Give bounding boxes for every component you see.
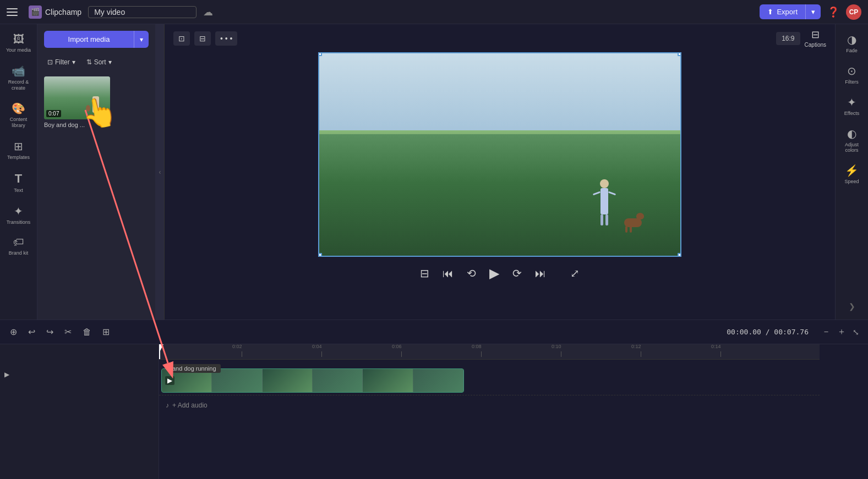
video-track-icon: ▶ xyxy=(4,371,9,378)
clip-thumb-6 xyxy=(413,369,463,392)
forward-button[interactable]: ⟳ xyxy=(510,265,524,282)
subtitle-toggle-button[interactable]: ⊟ xyxy=(418,265,432,282)
import-media-dropdown[interactable]: ▾ xyxy=(134,31,149,48)
right-sidebar-item-effects[interactable]: ✦ Effects xyxy=(838,91,866,120)
help-icon[interactable]: ❓ xyxy=(827,6,839,18)
fullscreen-button[interactable]: ⤢ xyxy=(568,265,582,282)
export-dropdown-arrow[interactable]: ▾ xyxy=(805,4,821,19)
clip-thumb-5 xyxy=(363,369,413,392)
right-sidebar-item-adjust-colors[interactable]: ◐ Adjust colors xyxy=(838,123,866,157)
add-audio-button[interactable]: ♪ + Add audio xyxy=(166,401,208,409)
timeline-tracks: and dog running ▶ xyxy=(159,360,820,419)
crop-tool-button[interactable]: ⊡ xyxy=(173,31,190,46)
video-track-controls: ▶ xyxy=(0,368,159,381)
sidebar-item-record-create[interactable]: 📹 Record & create xyxy=(2,60,35,96)
list-item[interactable]: 0:07 Boy and dog ... xyxy=(44,76,110,128)
speed-icon: ⚡ xyxy=(845,164,859,177)
corner-handle-bl[interactable] xyxy=(318,253,322,257)
person-figure xyxy=(600,179,609,225)
play-pause-button[interactable]: ▶ xyxy=(487,263,501,283)
main-layout: 🖼 Your media 📹 Record & create 🎨 Content… xyxy=(0,24,868,320)
save-to-media-button[interactable]: ⊞ xyxy=(99,324,113,339)
preview-toolbar-left: ⊡ ⊟ • • • xyxy=(173,31,237,46)
topbar-right: ⬆ Export ▾ ❓ CP xyxy=(760,4,861,20)
right-sidebar: ◑ Fade ⊙ Filters ✦ Effects ◐ Adjust colo… xyxy=(835,24,868,320)
app-logo: 🎬 Clipchamp xyxy=(29,5,81,19)
video-title-input[interactable] xyxy=(88,6,196,18)
fit-timeline-button[interactable]: ⤡ xyxy=(850,327,861,338)
playhead-head xyxy=(159,344,163,352)
timeline-playhead[interactable] xyxy=(159,344,160,359)
skip-forward-button[interactable]: ⏭ xyxy=(533,265,548,282)
cut-button[interactable]: ✂ xyxy=(61,324,75,339)
sidebar-item-templates[interactable]: ⊞ Templates xyxy=(2,135,35,165)
import-media-button[interactable]: Import media xyxy=(44,31,134,48)
timeline-left-gutter: ▶ xyxy=(0,344,159,479)
filter-button[interactable]: ⊡ Filter ▾ xyxy=(44,57,79,68)
sort-chevron: ▾ xyxy=(108,58,112,66)
captions-label: Captions xyxy=(805,42,826,48)
menu-icon[interactable] xyxy=(7,4,22,20)
content-library-icon: 🎨 xyxy=(12,102,25,115)
rewind-button[interactable]: ⟲ xyxy=(465,265,478,282)
left-sidebar: 🖼 Your media 📹 Record & create 🎨 Content… xyxy=(0,24,37,320)
right-sidebar-item-fade[interactable]: ◑ Fade xyxy=(838,29,866,58)
timeline-area: ▶ 0 0:02 0:04 xyxy=(0,344,868,479)
media-label: Boy and dog ... xyxy=(44,122,110,128)
right-sidebar-item-speed[interactable]: ⚡ Speed xyxy=(838,159,866,189)
collapse-icon: ‹ xyxy=(159,168,161,176)
aspect-ratio-button[interactable]: 16:9 xyxy=(776,32,800,45)
skip-back-button[interactable]: ⏮ xyxy=(440,265,456,282)
sidebar-item-text[interactable]: T Text xyxy=(2,167,35,198)
corner-handle-br[interactable] xyxy=(678,253,681,257)
zoom-in-button[interactable]: ＋ xyxy=(835,325,848,339)
templates-icon: ⊞ xyxy=(14,140,23,153)
ruler-mark-8: 0:08 xyxy=(481,351,482,357)
filter-chevron: ▾ xyxy=(72,58,75,66)
your-media-icon: 🖼 xyxy=(13,33,24,46)
redo-button[interactable]: ↪ xyxy=(43,324,57,339)
export-icon: ⬆ xyxy=(767,8,773,16)
clip-thumb-4 xyxy=(313,369,363,392)
zoom-out-button[interactable]: － xyxy=(820,325,833,339)
media-panel: Import media ▾ ⊡ Filter ▾ ⇅ Sort ▾ xyxy=(37,24,156,320)
sidebar-item-label-your-media: Your media xyxy=(6,47,31,53)
effects-icon: ✦ xyxy=(847,96,856,109)
corner-handle-tr[interactable] xyxy=(678,52,681,56)
sidebar-item-transitions[interactable]: ✦ Transitions xyxy=(2,200,35,230)
export-button[interactable]: ⬆ Export xyxy=(760,4,805,19)
timeline-toolbar: ⊕ ↩ ↪ ✂ 🗑 ⊞ 00:00.00 / 00:07.76 － ＋ ⤡ xyxy=(0,320,868,344)
undo-button[interactable]: ↩ xyxy=(25,324,39,339)
corner-handle-tl[interactable] xyxy=(318,52,322,56)
export-label: Export xyxy=(777,8,798,16)
panel-collapse-handle[interactable]: ‹ xyxy=(156,24,165,320)
sidebar-item-content-library[interactable]: 🎨 Content library xyxy=(2,97,35,133)
sort-button[interactable]: ⇅ Sort ▾ xyxy=(83,57,115,68)
sidebar-item-brand[interactable]: 🏷 Brand kit xyxy=(2,232,35,261)
ruler-mark-10: 0:10 xyxy=(561,351,561,357)
clip-play-icon: ▶ xyxy=(165,376,174,385)
import-media-wrapper: Import media ▾ xyxy=(44,31,149,48)
right-sidebar-collapse-button[interactable]: ❯ xyxy=(844,298,860,315)
magnet-tool-button[interactable]: ⊕ xyxy=(7,324,20,339)
adjust-colors-label: Adjust colors xyxy=(840,142,864,153)
fade-icon: ◑ xyxy=(847,33,856,46)
delete-button[interactable]: 🗑 xyxy=(79,325,95,339)
captions-button[interactable]: ⊟ Captions xyxy=(805,29,826,48)
more-options-button[interactable]: • • • xyxy=(215,31,237,46)
user-avatar[interactable]: CP xyxy=(846,4,861,20)
sidebar-item-your-media[interactable]: 🖼 Your media xyxy=(2,29,35,58)
media-thumbnail: 0:07 xyxy=(44,76,110,119)
media-grid: 0:07 Boy and dog ... xyxy=(37,72,155,133)
sidebar-item-label-record-create: Record & create xyxy=(6,79,32,91)
dog-figure xyxy=(624,218,642,227)
playback-controls: ⊟ ⏮ ⟲ ▶ ⟳ ⏭ ⤢ xyxy=(418,263,582,283)
timeline-zoom-controls: － ＋ ⤡ xyxy=(820,325,861,339)
video-preview-wrapper: ↻ xyxy=(318,52,681,257)
right-sidebar-item-filters[interactable]: ⊙ Filters xyxy=(838,60,866,89)
topbar: 🎬 Clipchamp ☁ ⬆ Export ▾ ❓ CP xyxy=(0,0,868,24)
caption-frame-button[interactable]: ⊟ xyxy=(194,31,211,46)
add-audio-label: + Add audio xyxy=(172,401,208,409)
clip-tooltip: and dog running xyxy=(168,364,221,373)
sidebar-item-label-templates: Templates xyxy=(7,155,30,161)
